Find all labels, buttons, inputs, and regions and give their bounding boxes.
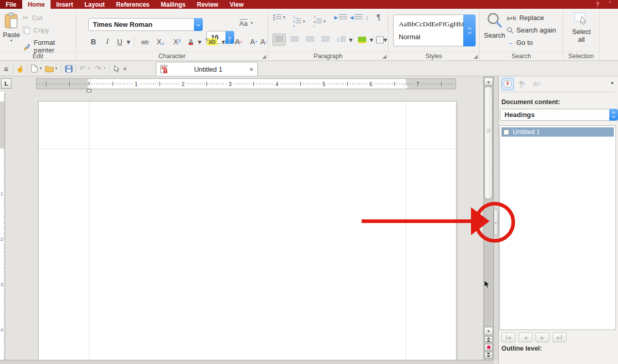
copy-button[interactable]: Copy (23, 26, 49, 34)
font-name-dropdown-icon[interactable] (194, 18, 203, 31)
strikethrough-button[interactable]: ab (138, 36, 152, 48)
first-line-indent-marker[interactable] (87, 79, 92, 83)
right-indent-marker[interactable] (403, 84, 409, 88)
go-last-button[interactable]: ▶ (552, 333, 566, 342)
clear-formatting-button[interactable]: A ✎ (232, 36, 246, 48)
select-tool-button[interactable] (112, 61, 121, 76)
undo-dropdown-arrow[interactable]: ▾ (87, 61, 92, 76)
change-case-dropdown-arrow[interactable]: ▾ (251, 21, 253, 25)
outline-list-button[interactable]: 1ai ▾ (314, 14, 326, 29)
menu-button[interactable]: ≡ (2, 61, 10, 76)
formatting-marks-button[interactable]: ¶ (377, 13, 381, 21)
background-dropdown-arrow[interactable]: ▾ (368, 34, 375, 46)
change-case-button[interactable]: Aa ▾ (239, 19, 253, 27)
content-type-spinner[interactable] (609, 109, 618, 121)
toolbar-overflow-button[interactable]: » (122, 61, 128, 76)
vertical-scrollbar[interactable]: ▲ ▼ (483, 76, 494, 360)
line-spacing-button[interactable]: ↕ (334, 34, 348, 46)
select-all-button[interactable]: Select all (563, 12, 599, 44)
bold-button[interactable]: B (88, 36, 99, 48)
navigation-button[interactable] (484, 344, 493, 351)
underline-dropdown-arrow[interactable]: ▾ (125, 36, 132, 48)
sidebar-splitter[interactable]: ▸ (494, 76, 498, 360)
style-picker[interactable]: AaBbCcDdEeFfGgHhIi Normal (393, 14, 476, 46)
superscript-button[interactable]: X² (170, 36, 184, 48)
redo-button[interactable]: ↷ (94, 61, 102, 76)
numbered-list-button[interactable]: 123 ▾ (293, 14, 305, 29)
paragraph-background-button[interactable] (356, 34, 368, 46)
redo-dropdown-arrow[interactable]: ▾ (102, 61, 107, 76)
go-next-button[interactable]: ▶ (535, 333, 549, 342)
horizontal-ruler[interactable]: 1 2 3 4 5 6 7 (36, 78, 456, 89)
gesture-mode-button[interactable]: ☝ (15, 61, 25, 76)
scroll-down-button[interactable]: ▼ (484, 327, 493, 335)
horizontal-scrollbar[interactable] (0, 360, 494, 364)
font-color-dropdown-arrow[interactable]: ▾ (197, 36, 203, 48)
paste-dropdown-arrow[interactable]: ▾ (2, 39, 21, 43)
go-first-button[interactable]: ◀ (501, 333, 515, 342)
align-center-button[interactable] (288, 34, 301, 46)
paste-button[interactable]: Paste ▾ (2, 12, 21, 43)
increase-indent-button[interactable]: ▶ (334, 14, 347, 21)
borders-dropdown-arrow[interactable]: ▾ (383, 34, 388, 46)
document-tab[interactable]: T Untitled 1 × (156, 62, 258, 76)
tab-mailings[interactable]: Mailings (155, 0, 191, 9)
next-page-button[interactable] (484, 352, 493, 358)
character-dialog-launcher[interactable] (262, 55, 266, 59)
sort-button[interactable]: ↕ (365, 13, 369, 22)
open-dropdown-arrow[interactable]: ▾ (54, 61, 59, 76)
go-previous-button[interactable]: ◀ (518, 333, 532, 342)
search-button[interactable]: Search (484, 12, 505, 39)
collapse-ribbon-icon[interactable]: ˆ (609, 1, 611, 8)
tab-stop-selector-button[interactable]: L (1, 78, 11, 89)
align-left-button[interactable] (272, 34, 286, 46)
character-styles-tab-button[interactable]: A✎ (531, 78, 543, 90)
goto-button[interactable]: → Go to (507, 39, 533, 46)
tab-view[interactable]: View (224, 0, 249, 9)
font-color-button[interactable]: A (186, 36, 196, 48)
tab-insert[interactable]: Insert (51, 0, 79, 9)
style-spinner[interactable] (463, 14, 476, 46)
item-checkbox[interactable] (503, 129, 509, 135)
scroll-up-button[interactable]: ▲ (484, 77, 493, 86)
new-document-button[interactable] (30, 61, 38, 76)
decrease-indent-button[interactable]: ◀ (350, 14, 363, 21)
scrollbar-thumb[interactable] (484, 86, 493, 200)
content-type-dropdown[interactable]: Headings (500, 109, 618, 121)
navigator-tab-button[interactable] (501, 78, 514, 90)
headings-list[interactable]: Untitled 1 (499, 125, 616, 330)
styles-dialog-launcher[interactable] (474, 55, 478, 59)
previous-page-button[interactable] (484, 336, 493, 343)
align-right-button[interactable] (303, 34, 317, 46)
left-indent-marker[interactable] (87, 89, 91, 92)
highlight-dropdown-arrow[interactable]: ▾ (220, 36, 226, 48)
new-document-dropdown-arrow[interactable]: ▾ (38, 61, 43, 76)
help-icon[interactable]: ? (596, 1, 599, 8)
tab-references[interactable]: References (110, 0, 155, 9)
justify-button[interactable] (319, 34, 332, 46)
paragraph-dialog-launcher[interactable] (382, 55, 386, 59)
cut-button[interactable]: ✂ Cut (23, 14, 42, 22)
open-button[interactable] (44, 61, 54, 76)
italic-button[interactable]: I (103, 36, 111, 48)
panel-menu-icon[interactable]: ▾ (611, 80, 613, 86)
numbered-list-dropdown-arrow[interactable]: ▾ (303, 20, 305, 24)
save-button[interactable] (64, 61, 73, 76)
document-page[interactable] (39, 102, 456, 360)
undo-button[interactable]: ↶ (78, 61, 87, 76)
search-again-button[interactable]: Search again (507, 26, 556, 34)
subscript-button[interactable]: X₂ (154, 36, 167, 48)
vertical-ruler[interactable]: 1 2 3 4 (0, 92, 5, 360)
tab-layout[interactable]: Layout (79, 0, 110, 9)
tab-file[interactable]: File (0, 0, 22, 9)
bullet-list-dropdown-arrow[interactable]: ▾ (283, 15, 285, 20)
document-tab-close-icon[interactable]: × (249, 65, 253, 73)
outline-list-dropdown-arrow[interactable]: ▾ (323, 20, 326, 24)
tab-home[interactable]: Home (22, 0, 51, 9)
list-item[interactable]: Untitled 1 (501, 127, 614, 137)
tab-review[interactable]: Review (191, 0, 224, 9)
line-spacing-dropdown-arrow[interactable]: ▾ (348, 34, 354, 46)
underline-button[interactable]: U (115, 36, 125, 48)
sidebar-hide-handle[interactable]: ▸ (494, 209, 498, 236)
paragraph-styles-tab-button[interactable]: ¶✎ (516, 78, 529, 90)
